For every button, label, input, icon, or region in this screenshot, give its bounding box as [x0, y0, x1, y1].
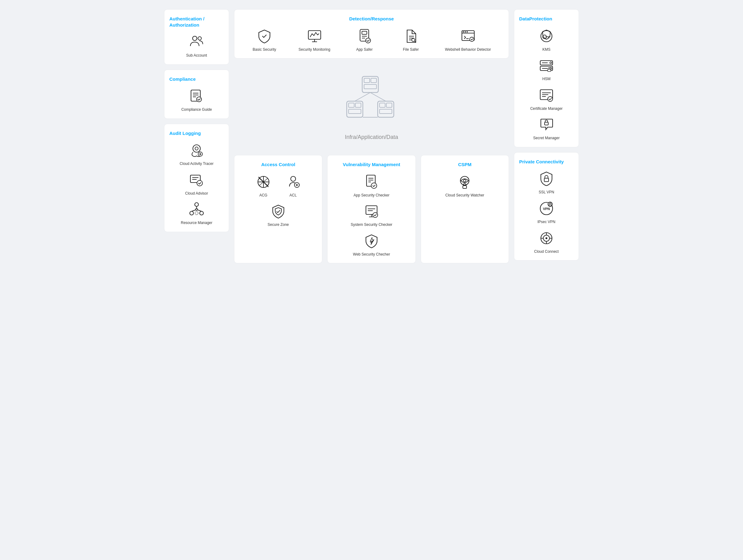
list-item[interactable]: HSM — [534, 57, 559, 82]
svg-rect-50 — [355, 103, 361, 107]
certificate-manager-label: Certificate Manager — [530, 106, 563, 111]
svg-point-103 — [545, 237, 548, 239]
svg-rect-47 — [364, 85, 377, 89]
svg-point-41 — [467, 31, 468, 33]
list-item[interactable]: Cloud Activity Tracer — [180, 142, 213, 167]
detection-card: Detection/Response Basic Security — [234, 9, 509, 58]
security-monitoring-icon — [306, 28, 323, 45]
list-item[interactable]: Sub Account — [184, 34, 209, 58]
list-item[interactable]: KMS — [534, 28, 559, 52]
svg-point-8 — [193, 145, 200, 152]
list-item[interactable]: Webshell Behavior Detector — [445, 28, 491, 52]
ipsec-vpn-label: IPsec VPN — [537, 220, 555, 225]
cspm-icons: Cloud Security Watcher — [426, 173, 504, 198]
list-item[interactable]: ACG — [251, 173, 276, 198]
vulnerability-card: Vulnerability Management — [327, 155, 416, 263]
svg-rect-81 — [463, 186, 467, 188]
list-item[interactable]: Cloud Connect — [534, 230, 559, 254]
svg-point-94 — [548, 97, 553, 101]
hsm-label: HSM — [542, 77, 551, 82]
svg-rect-96 — [544, 178, 549, 182]
infra-visual: Infra/Application/Data — [341, 73, 402, 140]
svg-point-17 — [200, 211, 204, 215]
cloud-security-watcher-icon — [456, 173, 473, 191]
svg-point-39 — [463, 31, 464, 33]
data-protection-title: DataProtection — [519, 16, 574, 22]
list-item[interactable]: Web Security Checher — [353, 232, 390, 257]
acl-icon — [285, 173, 302, 191]
list-item[interactable]: Compliance Guide — [181, 88, 212, 112]
svg-point-22 — [195, 212, 198, 215]
svg-point-31 — [365, 38, 370, 43]
data-protection-icons: KMS — [519, 28, 574, 141]
app-security-checker-icon — [363, 173, 380, 191]
file-safer-label: File Safer — [403, 47, 419, 52]
hsm-icon — [538, 57, 555, 74]
cloud-advisor-label: Cloud Advisor — [185, 191, 208, 196]
certificate-manager-icon — [538, 87, 555, 104]
webshell-detector-icon — [460, 28, 477, 45]
svg-point-9 — [195, 147, 198, 150]
svg-point-71 — [371, 183, 377, 188]
compliance-title: Compliance — [169, 76, 224, 82]
secure-zone-label: Secure Zone — [267, 223, 289, 227]
secret-manager-icon — [538, 116, 555, 133]
list-item[interactable]: Cloud Security Watcher — [445, 173, 484, 198]
compliance-card: Compliance Compliance Guide — [164, 69, 229, 119]
resource-manager-label: Resource Manager — [181, 221, 212, 226]
list-item[interactable]: Secure Zone — [266, 203, 291, 227]
app-safer-icon — [356, 28, 373, 45]
svg-rect-46 — [371, 78, 377, 83]
secure-zone-icon — [270, 203, 287, 220]
file-safer-icon — [402, 28, 420, 45]
svg-point-21 — [195, 208, 198, 211]
access-control-title: Access Control — [239, 161, 317, 168]
sub-account-icon — [188, 34, 205, 51]
kms-icon — [538, 28, 555, 45]
svg-point-0 — [192, 36, 197, 41]
infra-icon — [341, 73, 402, 129]
svg-point-65 — [291, 176, 296, 181]
svg-point-7 — [196, 97, 202, 102]
list-item[interactable]: SSL VPN — [534, 170, 559, 195]
data-protection-card: DataProtection KMS — [514, 9, 579, 147]
list-item[interactable]: App Safer — [352, 28, 377, 52]
list-item[interactable]: App Security Checker — [354, 173, 389, 198]
list-item[interactable]: Cloud Advisor — [184, 172, 209, 196]
cloud-connect-label: Cloud Connect — [534, 249, 559, 254]
left-column: Authentication / Authorization Sub Accou… — [164, 9, 229, 263]
detection-title: Detection/Response — [244, 16, 499, 22]
right-column: DataProtection KMS — [514, 9, 579, 263]
list-item[interactable]: VPN IPsec VPN — [534, 200, 559, 225]
list-item[interactable]: Resource Manager — [181, 201, 212, 226]
list-item[interactable]: System Security Checker — [351, 203, 393, 227]
resource-manager-icon — [188, 201, 205, 218]
private-connectivity-title: Private Connectivity — [519, 159, 574, 165]
svg-point-16 — [190, 211, 193, 215]
audit-icons: Cloud Activity Tracer Cloud Advisor — [169, 142, 224, 226]
svg-point-78 — [373, 213, 378, 218]
list-item[interactable]: Security Monitoring — [298, 28, 330, 52]
list-item[interactable]: File Safer — [398, 28, 423, 52]
main-layout: Authentication / Authorization Sub Accou… — [164, 9, 579, 273]
svg-line-57 — [370, 93, 386, 101]
webshell-detector-label: Webshell Behavior Detector — [445, 47, 491, 52]
svg-text:VPN: VPN — [543, 207, 550, 211]
list-item[interactable]: Certificate Manager — [530, 87, 563, 111]
list-item[interactable]: Basic Security — [252, 28, 277, 52]
svg-rect-95 — [544, 122, 548, 125]
secret-manager-label: Secret Manager — [533, 136, 559, 141]
cspm-card: CSPM — [421, 155, 509, 263]
sub-account-label: Sub Account — [186, 53, 207, 58]
auth-icons: Sub Account — [169, 34, 224, 58]
detection-icons: Basic Security Security Monitoring — [244, 28, 499, 52]
svg-rect-89 — [548, 69, 551, 72]
basic-security-label: Basic Security — [253, 47, 276, 52]
auth-card: Authentication / Authorization Sub Accou… — [164, 9, 229, 65]
list-item[interactable]: ACL — [281, 173, 306, 198]
svg-point-80 — [464, 179, 466, 182]
system-security-checker-icon — [363, 203, 380, 220]
list-item[interactable]: Secret Manager — [533, 116, 559, 141]
svg-point-14 — [197, 180, 203, 186]
svg-rect-45 — [364, 78, 369, 83]
